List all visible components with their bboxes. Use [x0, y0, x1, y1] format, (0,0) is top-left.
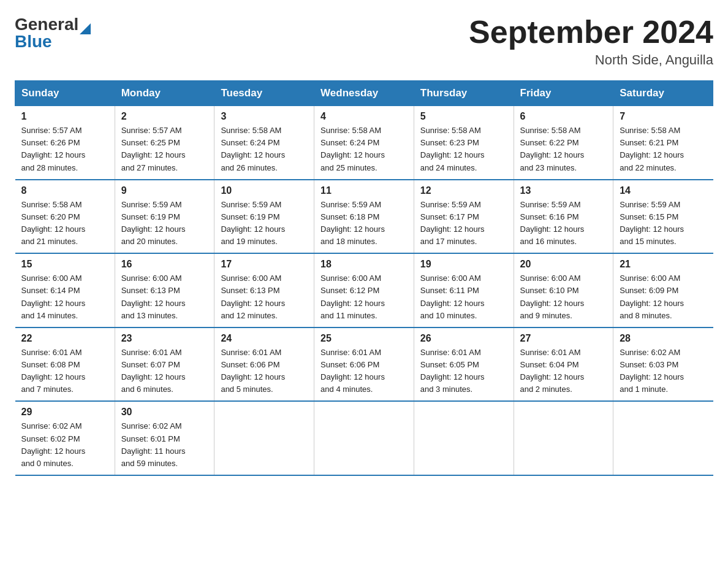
calendar-cell: 27 Sunrise: 6:01 AMSunset: 6:04 PMDaylig…: [514, 327, 613, 402]
day-info: Sunrise: 5:58 AMSunset: 6:23 PMDaylight:…: [420, 126, 485, 172]
day-number: 13: [520, 185, 607, 196]
calendar-cell: 16 Sunrise: 6:00 AMSunset: 6:13 PMDaylig…: [115, 253, 214, 327]
calendar-cell: [514, 401, 613, 475]
calendar-cell: 1 Sunrise: 5:57 AMSunset: 6:26 PMDayligh…: [15, 106, 115, 180]
calendar-cell: 7 Sunrise: 5:58 AMSunset: 6:21 PMDayligh…: [613, 106, 713, 180]
day-info: Sunrise: 5:57 AMSunset: 6:25 PMDaylight:…: [121, 126, 186, 172]
calendar-cell: 4 Sunrise: 5:58 AMSunset: 6:24 PMDayligh…: [314, 106, 414, 180]
day-info: Sunrise: 6:02 AMSunset: 6:02 PMDaylight:…: [21, 421, 86, 467]
calendar-cell: 25 Sunrise: 6:01 AMSunset: 6:06 PMDaylig…: [314, 327, 414, 402]
day-info: Sunrise: 5:59 AMSunset: 6:19 PMDaylight:…: [221, 200, 285, 246]
week-row-5: 29 Sunrise: 6:02 AMSunset: 6:02 PMDaylig…: [15, 401, 713, 475]
logo: General Blue: [15, 15, 91, 52]
day-info: Sunrise: 5:57 AMSunset: 6:26 PMDaylight:…: [21, 126, 86, 172]
calendar-cell: 23 Sunrise: 6:01 AMSunset: 6:07 PMDaylig…: [115, 327, 214, 402]
day-number: 10: [221, 185, 308, 196]
calendar-cell: 11 Sunrise: 5:59 AMSunset: 6:18 PMDaylig…: [314, 180, 414, 254]
day-info: Sunrise: 6:01 AMSunset: 6:06 PMDaylight:…: [221, 348, 285, 394]
day-number: 4: [320, 111, 408, 122]
day-number: 28: [620, 333, 707, 344]
calendar-cell: 20 Sunrise: 6:00 AMSunset: 6:10 PMDaylig…: [514, 253, 613, 327]
calendar-cell: 26 Sunrise: 6:01 AMSunset: 6:05 PMDaylig…: [414, 327, 514, 402]
week-row-2: 8 Sunrise: 5:58 AMSunset: 6:20 PMDayligh…: [15, 180, 713, 254]
day-info: Sunrise: 5:58 AMSunset: 6:24 PMDaylight:…: [320, 126, 385, 172]
calendar-cell: 24 Sunrise: 6:01 AMSunset: 6:06 PMDaylig…: [214, 327, 314, 402]
day-info: Sunrise: 6:01 AMSunset: 6:04 PMDaylight:…: [520, 348, 585, 394]
week-row-1: 1 Sunrise: 5:57 AMSunset: 6:26 PMDayligh…: [15, 106, 713, 180]
day-info: Sunrise: 5:58 AMSunset: 6:20 PMDaylight:…: [21, 200, 86, 246]
day-number: 7: [620, 111, 707, 122]
day-info: Sunrise: 6:01 AMSunset: 6:05 PMDaylight:…: [420, 348, 485, 394]
location-title: North Side, Anguilla: [469, 52, 713, 68]
header-tuesday: Tuesday: [214, 81, 314, 106]
calendar-cell: 17 Sunrise: 6:00 AMSunset: 6:13 PMDaylig…: [214, 253, 314, 327]
day-info: Sunrise: 5:59 AMSunset: 6:19 PMDaylight:…: [121, 200, 186, 246]
day-info: Sunrise: 6:00 AMSunset: 6:11 PMDaylight:…: [420, 274, 485, 320]
day-number: 1: [21, 111, 108, 122]
day-info: Sunrise: 5:59 AMSunset: 6:17 PMDaylight:…: [420, 200, 485, 246]
day-number: 23: [121, 333, 208, 344]
day-info: Sunrise: 6:00 AMSunset: 6:09 PMDaylight:…: [620, 274, 684, 320]
calendar-cell: 22 Sunrise: 6:01 AMSunset: 6:08 PMDaylig…: [15, 327, 115, 402]
page-header: General Blue September 2024 North Side, …: [15, 15, 713, 68]
day-info: Sunrise: 6:01 AMSunset: 6:06 PMDaylight:…: [320, 348, 385, 394]
day-info: Sunrise: 6:00 AMSunset: 6:13 PMDaylight:…: [221, 274, 285, 320]
day-number: 9: [121, 185, 208, 196]
day-info: Sunrise: 6:00 AMSunset: 6:13 PMDaylight:…: [121, 274, 186, 320]
day-info: Sunrise: 6:00 AMSunset: 6:12 PMDaylight:…: [320, 274, 385, 320]
calendar-cell: [613, 401, 713, 475]
day-number: 29: [21, 407, 108, 418]
day-number: 16: [121, 259, 208, 270]
day-number: 3: [221, 111, 308, 122]
day-info: Sunrise: 6:02 AMSunset: 6:03 PMDaylight:…: [620, 348, 684, 394]
calendar-cell: 14 Sunrise: 5:59 AMSunset: 6:15 PMDaylig…: [613, 180, 713, 254]
day-number: 30: [121, 407, 208, 418]
day-number: 5: [420, 111, 507, 122]
header-thursday: Thursday: [414, 81, 514, 106]
calendar-cell: 28 Sunrise: 6:02 AMSunset: 6:03 PMDaylig…: [613, 327, 713, 402]
calendar-cell: 6 Sunrise: 5:58 AMSunset: 6:22 PMDayligh…: [514, 106, 613, 180]
day-number: 27: [520, 333, 607, 344]
day-number: 17: [221, 259, 308, 270]
day-number: 8: [21, 185, 108, 196]
calendar-cell: 9 Sunrise: 5:59 AMSunset: 6:19 PMDayligh…: [115, 180, 214, 254]
day-info: Sunrise: 6:01 AMSunset: 6:08 PMDaylight:…: [21, 348, 86, 394]
calendar-table: Sunday Monday Tuesday Wednesday Thursday…: [15, 80, 713, 476]
calendar-cell: 19 Sunrise: 6:00 AMSunset: 6:11 PMDaylig…: [414, 253, 514, 327]
week-row-4: 22 Sunrise: 6:01 AMSunset: 6:08 PMDaylig…: [15, 327, 713, 402]
day-number: 19: [420, 259, 507, 270]
day-number: 6: [520, 111, 607, 122]
day-info: Sunrise: 5:59 AMSunset: 6:15 PMDaylight:…: [620, 200, 684, 246]
day-info: Sunrise: 5:59 AMSunset: 6:18 PMDaylight:…: [320, 200, 385, 246]
header-sunday: Sunday: [15, 81, 115, 106]
day-number: 15: [21, 259, 108, 270]
header-monday: Monday: [115, 81, 214, 106]
calendar-cell: 15 Sunrise: 6:00 AMSunset: 6:14 PMDaylig…: [15, 253, 115, 327]
header-wednesday: Wednesday: [314, 81, 414, 106]
day-info: Sunrise: 6:01 AMSunset: 6:07 PMDaylight:…: [121, 348, 186, 394]
logo-blue: Blue: [15, 32, 91, 52]
day-info: Sunrise: 5:58 AMSunset: 6:22 PMDaylight:…: [520, 126, 585, 172]
title-block: September 2024 North Side, Anguilla: [469, 15, 713, 68]
day-number: 22: [21, 333, 108, 344]
month-title: September 2024: [469, 15, 713, 50]
calendar-cell: 5 Sunrise: 5:58 AMSunset: 6:23 PMDayligh…: [414, 106, 514, 180]
calendar-cell: 13 Sunrise: 5:59 AMSunset: 6:16 PMDaylig…: [514, 180, 613, 254]
day-info: Sunrise: 5:58 AMSunset: 6:24 PMDaylight:…: [221, 126, 285, 172]
calendar-cell: [314, 401, 414, 475]
calendar-cell: 21 Sunrise: 6:00 AMSunset: 6:09 PMDaylig…: [613, 253, 713, 327]
day-number: 18: [320, 259, 408, 270]
calendar-cell: 12 Sunrise: 5:59 AMSunset: 6:17 PMDaylig…: [414, 180, 514, 254]
day-number: 11: [320, 185, 408, 196]
calendar-cell: 3 Sunrise: 5:58 AMSunset: 6:24 PMDayligh…: [214, 106, 314, 180]
weekday-header-row: Sunday Monday Tuesday Wednesday Thursday…: [15, 81, 713, 106]
calendar-cell: 30 Sunrise: 6:02 AMSunset: 6:01 PMDaylig…: [115, 401, 214, 475]
day-number: 21: [620, 259, 707, 270]
day-number: 24: [221, 333, 308, 344]
day-number: 26: [420, 333, 507, 344]
day-info: Sunrise: 5:58 AMSunset: 6:21 PMDaylight:…: [620, 126, 684, 172]
calendar-cell: [214, 401, 314, 475]
calendar-cell: 8 Sunrise: 5:58 AMSunset: 6:20 PMDayligh…: [15, 180, 115, 254]
day-info: Sunrise: 6:00 AMSunset: 6:10 PMDaylight:…: [520, 274, 585, 320]
day-number: 2: [121, 111, 208, 122]
